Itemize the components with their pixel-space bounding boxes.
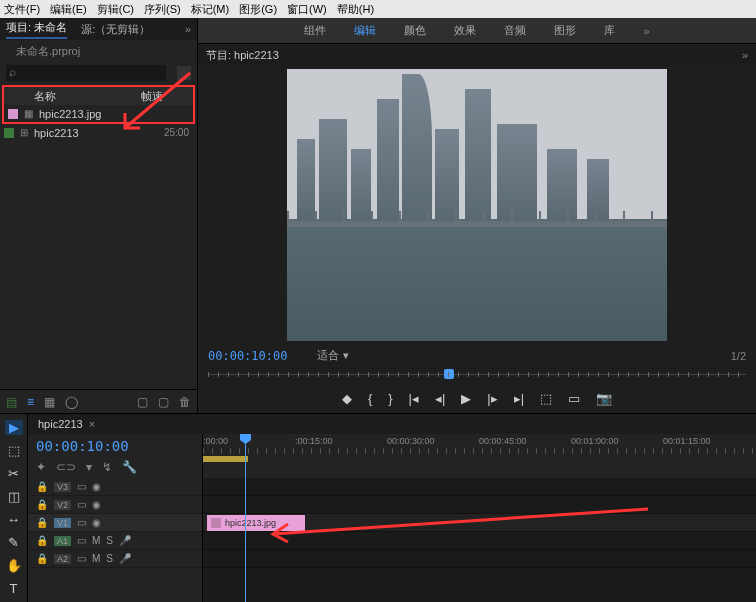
workspace-tabs: 组件 编辑 颜色 效果 音频 图形 库 » bbox=[198, 18, 756, 44]
step-forward-button[interactable]: |▸ bbox=[487, 391, 497, 406]
lift-button[interactable]: ⬚ bbox=[540, 391, 552, 406]
menu-graphics[interactable]: 图形(G) bbox=[239, 2, 277, 17]
asset-row[interactable]: ▦ hpic2213.jpg bbox=[4, 105, 193, 122]
track-a2[interactable] bbox=[203, 550, 756, 568]
tab-graphics[interactable]: 图形 bbox=[554, 23, 576, 38]
mark-in-button[interactable]: { bbox=[368, 391, 372, 406]
track-select-tool[interactable]: ⬚ bbox=[8, 443, 20, 458]
settings-icon[interactable]: ↯ bbox=[102, 460, 112, 474]
trash-icon[interactable]: 🗑 bbox=[179, 395, 191, 409]
play-button[interactable]: ▶ bbox=[461, 391, 471, 406]
mark-out-button[interactable]: } bbox=[388, 391, 392, 406]
menu-window[interactable]: 窗口(W) bbox=[287, 2, 327, 17]
zoom-fit-dropdown[interactable]: 适合 ▾ bbox=[317, 348, 348, 363]
extract-button[interactable]: ▭ bbox=[568, 391, 580, 406]
icon-view-icon[interactable]: ▦ bbox=[44, 395, 55, 409]
track-header-v1[interactable]: 🔒V1 ▭◉ bbox=[28, 514, 202, 532]
ripple-edit-tool[interactable]: ✂ bbox=[8, 466, 19, 481]
program-tab-label[interactable]: 节目: hpic2213 bbox=[206, 48, 279, 63]
project-filename: 未命名.prproj bbox=[0, 40, 197, 63]
track-v2[interactable] bbox=[203, 496, 756, 514]
menu-marker[interactable]: 标记(M) bbox=[191, 2, 230, 17]
program-monitor-panel: 组件 编辑 颜色 效果 音频 图形 库 » 节目: hpic2213 » bbox=[198, 18, 756, 413]
panel-expand-icon[interactable]: » bbox=[185, 23, 191, 35]
track-v1[interactable]: hpic2213.jpg bbox=[203, 514, 756, 532]
freeform-icon[interactable]: ◯ bbox=[65, 395, 78, 409]
track-header-v3[interactable]: 🔒V3 ▭◉ bbox=[28, 478, 202, 496]
list-icon[interactable]: ≡ bbox=[27, 395, 34, 409]
tab-effects[interactable]: 效果 bbox=[454, 23, 476, 38]
add-marker-button[interactable]: ◆ bbox=[342, 391, 352, 406]
tabs-overflow-icon[interactable]: » bbox=[643, 25, 649, 37]
program-timecode[interactable]: 00:00:10:00 bbox=[208, 349, 287, 363]
work-area-bar[interactable] bbox=[203, 456, 248, 462]
new-bin-icon[interactable]: ▢ bbox=[137, 395, 148, 409]
menu-file[interactable]: 文件(F) bbox=[4, 2, 40, 17]
asset-duration: 25:00 bbox=[164, 127, 193, 138]
goto-out-button[interactable]: ▸| bbox=[514, 391, 524, 406]
timeline-timecode[interactable]: 00:00:10:00 bbox=[36, 438, 194, 454]
track-header-a2[interactable]: 🔒A2 ▭M S🎤 bbox=[28, 550, 202, 568]
clip-label: hpic2213.jpg bbox=[225, 518, 276, 528]
sequence-tab[interactable]: hpic2213 bbox=[38, 418, 83, 430]
timeline-clip[interactable]: hpic2213.jpg bbox=[207, 515, 305, 531]
linked-icon[interactable]: ⊂⊃ bbox=[56, 460, 76, 474]
asset-color-chip bbox=[8, 109, 18, 119]
tab-assembly[interactable]: 组件 bbox=[304, 23, 326, 38]
slip-tool[interactable]: ↔ bbox=[7, 512, 20, 527]
program-playhead[interactable] bbox=[444, 369, 454, 379]
panel-expand-icon[interactable]: » bbox=[742, 49, 748, 61]
close-tab-icon[interactable]: × bbox=[89, 418, 95, 430]
tab-library[interactable]: 库 bbox=[604, 23, 615, 38]
tab-audio[interactable]: 音频 bbox=[504, 23, 526, 38]
wrench-icon[interactable]: 🔧 bbox=[122, 460, 137, 474]
track-headers: 🔒V3 ▭◉ 🔒V2 ▭◉ 🔒V1 ▭◉ 🔒A1 ▭M S🎤 bbox=[28, 478, 203, 602]
menu-edit[interactable]: 编辑(E) bbox=[50, 2, 87, 17]
type-tool[interactable]: T bbox=[10, 581, 18, 596]
program-duration: 1/2 bbox=[731, 350, 746, 362]
menu-help[interactable]: 帮助(H) bbox=[337, 2, 374, 17]
timeline-playhead[interactable] bbox=[245, 434, 246, 602]
search-input[interactable] bbox=[6, 65, 166, 81]
selection-tool[interactable]: ▶ bbox=[5, 420, 23, 435]
asset-row[interactable]: ⊞ hpic2213 25:00 bbox=[0, 124, 197, 141]
menu-sequence[interactable]: 序列(S) bbox=[144, 2, 181, 17]
tab-project[interactable]: 项目: 未命名 bbox=[6, 20, 67, 39]
tab-editing[interactable]: 编辑 bbox=[354, 23, 376, 38]
export-frame-button[interactable]: 📷 bbox=[596, 391, 612, 406]
track-header-v2[interactable]: 🔒V2 ▭◉ bbox=[28, 496, 202, 514]
hand-tool[interactable]: ✋ bbox=[6, 558, 22, 573]
menubar: 文件(F) 编辑(E) 剪辑(C) 序列(S) 标记(M) 图形(G) 窗口(W… bbox=[0, 0, 756, 18]
track-a1[interactable] bbox=[203, 532, 756, 550]
program-ruler[interactable] bbox=[198, 367, 756, 383]
timeline-ruler[interactable]: :00:00:00:15:00 00:00:30:0000:00:45:00 0… bbox=[203, 434, 756, 474]
marker-icon[interactable]: ▾ bbox=[86, 460, 92, 474]
track-v3[interactable] bbox=[203, 478, 756, 496]
asset-color-chip bbox=[4, 128, 14, 138]
image-icon: ▦ bbox=[24, 108, 33, 119]
new-item-icon[interactable]: ▢ bbox=[158, 395, 169, 409]
tab-color[interactable]: 颜色 bbox=[404, 23, 426, 38]
razor-tool[interactable]: ◫ bbox=[8, 489, 20, 504]
project-panel: 项目: 未命名 源:（无剪辑） » 未命名.prproj 名称 帧速 ▦ bbox=[0, 18, 198, 413]
new-bin-icon[interactable] bbox=[177, 66, 191, 80]
track-content-area[interactable]: hpic2213.jpg bbox=[203, 478, 756, 602]
preview-image bbox=[287, 69, 667, 341]
step-back-button[interactable]: ◂| bbox=[435, 391, 445, 406]
sequence-icon: ⊞ bbox=[20, 127, 28, 138]
program-monitor[interactable] bbox=[198, 66, 756, 344]
goto-in-button[interactable]: |◂ bbox=[409, 391, 419, 406]
tab-source[interactable]: 源:（无剪辑） bbox=[81, 22, 150, 37]
asset-name: hpic2213.jpg bbox=[39, 108, 185, 120]
column-header-name[interactable]: 名称 bbox=[34, 89, 141, 104]
menu-clip[interactable]: 剪辑(C) bbox=[97, 2, 134, 17]
snap-icon[interactable]: ✦ bbox=[36, 460, 46, 474]
column-header-frame[interactable]: 帧速 bbox=[141, 89, 163, 104]
timeline-panel: hpic2213 × 00:00:10:00 ✦ ⊂⊃ ▾ ↯ 🔧 : bbox=[28, 414, 756, 602]
pen-tool[interactable]: ✎ bbox=[8, 535, 19, 550]
project-toolbar: ▤ ≡ ▦ ◯ ▢ ▢ 🗑 bbox=[0, 389, 197, 413]
lock-icon[interactable]: ▤ bbox=[6, 395, 17, 409]
tools-panel: ▶ ⬚ ✂ ◫ ↔ ✎ ✋ T bbox=[0, 414, 28, 602]
transport-controls: ◆ { } |◂ ◂| ▶ |▸ ▸| ⬚ ▭ 📷 bbox=[198, 383, 756, 413]
track-header-a1[interactable]: 🔒A1 ▭M S🎤 bbox=[28, 532, 202, 550]
